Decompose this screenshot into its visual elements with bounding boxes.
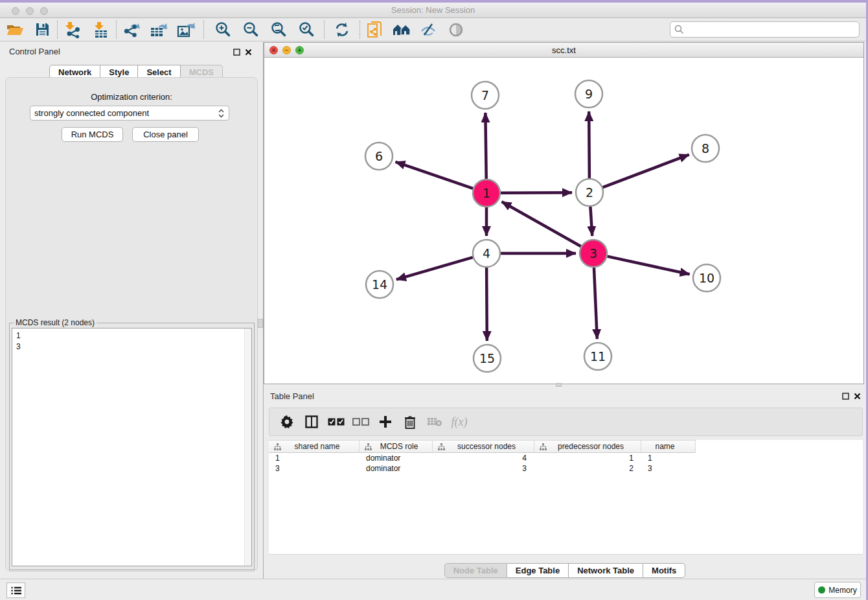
table-panel-close-button[interactable] (854, 392, 862, 400)
table-row[interactable]: 3dominator323 (269, 463, 863, 474)
memory-button[interactable]: Memory (814, 582, 861, 598)
table-cell[interactable]: 4 (433, 453, 534, 463)
graph-node-9[interactable]: 9 (575, 80, 602, 108)
graph-edge-1-6[interactable] (396, 162, 474, 189)
control-panel-float-button[interactable] (233, 48, 241, 56)
zoom-selected-button[interactable] (295, 20, 317, 40)
run-mcds-button[interactable]: Run MCDS (62, 127, 123, 142)
graph-edge-2-9[interactable] (589, 111, 589, 178)
table-cell[interactable]: 1 (641, 453, 696, 463)
select-all-columns-button[interactable] (324, 412, 348, 432)
tab-network-table[interactable]: Network Table (569, 563, 643, 578)
toolbar-separator (116, 21, 117, 39)
import-table-icon (93, 21, 109, 38)
column-header-label: name (641, 442, 695, 451)
table-row[interactable]: 1dominator411 (269, 453, 863, 463)
mcds-result-textarea[interactable]: 13 (12, 328, 252, 566)
graph-edge-4-15[interactable] (486, 268, 487, 341)
delete-column-button[interactable] (398, 412, 422, 432)
search-field[interactable] (670, 21, 860, 38)
deselect-all-columns-button[interactable] (348, 412, 373, 432)
graph-edge-3-10[interactable] (607, 257, 689, 275)
status-bar: Memory (0, 579, 866, 600)
column-header-successor-nodes[interactable]: successor nodes (433, 440, 534, 453)
graph-node-3[interactable]: 3 (580, 240, 607, 267)
graph-node-10[interactable]: 10 (693, 264, 720, 292)
search-icon (674, 25, 684, 34)
network-canvas[interactable]: 7968124314101511 (264, 58, 863, 384)
table-cell[interactable]: 1 (269, 453, 360, 463)
table-cell[interactable]: 2 (534, 463, 641, 474)
column-header-name[interactable]: name (641, 440, 696, 453)
column-header-label: predecessor nodes (547, 442, 641, 451)
table-cell[interactable]: dominator (360, 463, 433, 474)
zoom-out-button[interactable] (240, 20, 262, 40)
close-panel-button[interactable]: Close panel (132, 127, 199, 142)
delete-table-button[interactable] (422, 412, 447, 432)
graph-edge-2-8[interactable] (603, 155, 689, 188)
table-cell[interactable]: dominator (360, 453, 433, 463)
main-toolbar (0, 18, 866, 41)
import-table-button[interactable] (90, 20, 112, 40)
zoom-fit-button[interactable] (268, 20, 290, 40)
graph-node-8[interactable]: 8 (692, 135, 719, 162)
columns-icon (305, 415, 318, 428)
control-panel-close-button[interactable] (245, 48, 253, 56)
table-cell[interactable]: 1 (534, 453, 641, 463)
graph-node-label: 14 (372, 277, 387, 292)
show-columns-button[interactable] (299, 412, 324, 432)
table-cell[interactable]: 3 (433, 463, 534, 474)
graph-node-11[interactable]: 11 (584, 343, 611, 370)
export-image-button[interactable] (175, 20, 197, 40)
optimization-criterion-select[interactable]: strongly connected component (30, 106, 229, 121)
close-icon (854, 393, 861, 400)
table-cell[interactable]: 3 (641, 463, 696, 474)
splitter-handle[interactable] (258, 319, 263, 328)
column-header-shared-name[interactable]: shared name (269, 440, 360, 453)
control-panel-title: Control Panel (9, 47, 60, 56)
table-panel-float-button[interactable] (842, 392, 850, 400)
tab-edge-table[interactable]: Edge Table (507, 563, 569, 578)
column-header-predecessor-nodes[interactable]: predecessor nodes (534, 440, 641, 453)
network-graph: 7968124314101511 (264, 58, 863, 384)
show-hidden-button[interactable] (445, 20, 467, 40)
graph-node-1[interactable]: 1 (473, 179, 500, 207)
column-header-MCDS-role[interactable]: MCDS role (360, 440, 433, 453)
optimization-criterion-label: Optimization criterion: (6, 92, 257, 102)
export-table-button[interactable] (148, 20, 170, 40)
graph-node-6[interactable]: 6 (365, 143, 393, 170)
graph-edge-3-1[interactable] (502, 202, 581, 246)
tab-node-table[interactable]: Node Table (444, 563, 507, 578)
import-network-button[interactable] (62, 20, 84, 40)
import-network-icon (64, 21, 81, 38)
neighbors-button[interactable] (391, 20, 413, 40)
graph-edge-1-2[interactable] (501, 192, 572, 193)
result-scrollbar[interactable] (244, 329, 251, 566)
table-settings-button[interactable] (275, 412, 299, 432)
export-network-button[interactable] (120, 20, 143, 40)
graph-edge-3-11[interactable] (594, 268, 597, 339)
graph-edge-4-14[interactable] (396, 257, 473, 279)
graph-edge-2-3[interactable] (590, 207, 592, 236)
tab-motifs[interactable]: Motifs (643, 563, 685, 578)
network-scrollbar-handle[interactable] (556, 383, 562, 387)
clone-network-button[interactable] (364, 20, 386, 40)
toolbar-separator (203, 21, 204, 39)
graph-node-14[interactable]: 14 (366, 271, 393, 298)
apply-function-button[interactable]: f(x) (447, 412, 472, 432)
create-column-button[interactable] (373, 412, 398, 432)
task-history-button[interactable] (6, 583, 25, 598)
zoom-fit-icon (271, 21, 287, 38)
search-input[interactable] (684, 23, 859, 36)
save-session-button[interactable] (31, 20, 53, 40)
graph-node-15[interactable]: 15 (474, 345, 501, 372)
graph-edge-1-7[interactable] (485, 113, 486, 179)
graph-node-4[interactable]: 4 (473, 240, 500, 267)
hide-selected-button[interactable] (417, 20, 439, 40)
refresh-layout-button[interactable] (331, 20, 353, 40)
graph-node-7[interactable]: 7 (472, 82, 499, 109)
zoom-in-button[interactable] (212, 20, 234, 40)
graph-node-2[interactable]: 2 (576, 179, 603, 206)
table-cell[interactable]: 3 (269, 463, 360, 474)
open-file-button[interactable] (4, 20, 26, 40)
